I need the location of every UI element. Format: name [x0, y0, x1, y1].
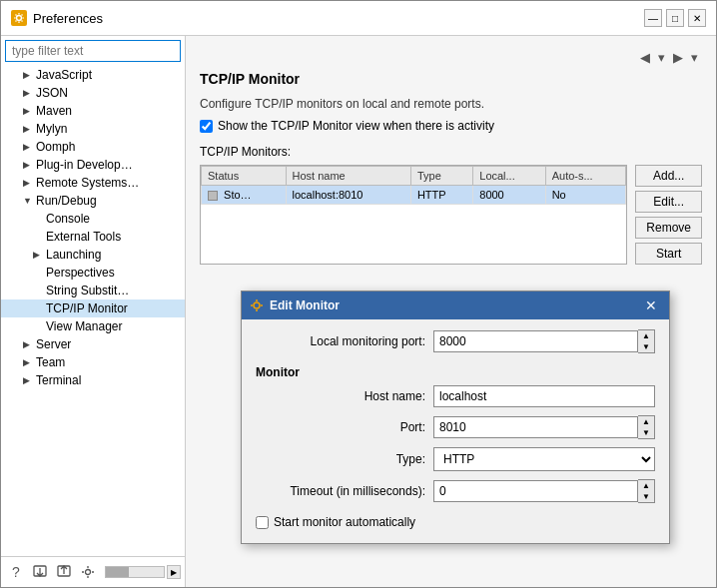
- timeout-row: Timeout (in milliseconds): ▲ ▼: [256, 479, 655, 503]
- close-button[interactable]: ✕: [688, 9, 706, 27]
- monitors-table-wrapper: Status Host name Type Local... Auto-s...: [200, 165, 627, 265]
- local-port-spinner-buttons: ▲ ▼: [638, 329, 655, 353]
- sidebar-item-team[interactable]: ▶ Team: [1, 353, 185, 371]
- dialog-body: Local monitoring port: ▲ ▼ Monitor Host …: [242, 319, 669, 543]
- horizontal-scrollbar[interactable]: [105, 566, 165, 578]
- show-monitor-checkbox-row: Show the TCP/IP Monitor view when there …: [200, 119, 702, 133]
- port-spinner: ▲ ▼: [433, 415, 655, 439]
- local-port-up-button[interactable]: ▲: [638, 330, 654, 341]
- sidebar-item-remote-systems[interactable]: ▶ Remote Systems…: [1, 174, 185, 192]
- arrow-icon: ▶: [23, 142, 33, 152]
- maximize-button[interactable]: □: [666, 9, 684, 27]
- tree-area: ▶ JavaScript ▶ JSON ▶ Maven ▶ Mylyn ▶: [1, 66, 185, 556]
- monitors-section-label: TCP/IP Monitors:: [200, 145, 702, 159]
- title-bar: Preferences — □ ✕: [1, 1, 716, 36]
- arrow-icon: ▶: [23, 106, 33, 116]
- gear-icon: [11, 10, 27, 26]
- dialog-title-bar: Edit Monitor ✕: [242, 292, 669, 319]
- type-label: Type:: [256, 452, 425, 466]
- timeout-input[interactable]: [433, 480, 638, 502]
- monitors-table: Status Host name Type Local... Auto-s...: [201, 166, 626, 205]
- forward-dropdown-button[interactable]: ▾: [687, 48, 702, 67]
- type-row: Type: HTTP HTTPS TCP/IP: [256, 447, 655, 471]
- forward-button[interactable]: ▶: [669, 48, 687, 67]
- sidebar-item-javascript[interactable]: ▶ JavaScript: [1, 66, 185, 84]
- window-controls: — □ ✕: [644, 9, 706, 27]
- port-label: Port:: [256, 420, 425, 434]
- arrow-icon: ▶: [23, 339, 33, 349]
- local-port-input[interactable]: [433, 330, 638, 352]
- sidebar-item-view-manager[interactable]: View Manager: [1, 317, 185, 335]
- scroll-right-button[interactable]: ▶: [167, 565, 181, 579]
- export-button[interactable]: [53, 561, 75, 583]
- minimize-button[interactable]: —: [644, 9, 662, 27]
- local-port-down-button[interactable]: ▼: [638, 341, 654, 352]
- back-button[interactable]: ◀: [636, 48, 654, 67]
- title-bar-left: Preferences: [11, 10, 103, 26]
- remove-button[interactable]: Remove: [635, 217, 702, 239]
- dialog-close-button[interactable]: ✕: [641, 297, 661, 313]
- arrow-icon: ▶: [23, 160, 33, 170]
- col-hostname: Host name: [286, 167, 410, 186]
- type-select[interactable]: HTTP HTTPS TCP/IP: [433, 447, 655, 471]
- arrow-icon: ▶: [23, 70, 33, 80]
- arrow-icon: ▶: [23, 88, 33, 98]
- cell-type: HTTP: [410, 186, 472, 205]
- timeout-label: Timeout (in milliseconds):: [256, 484, 425, 498]
- back-dropdown-button[interactable]: ▾: [654, 48, 669, 67]
- cell-hostname: localhost:8010: [286, 186, 410, 205]
- edit-button[interactable]: Edit...: [635, 191, 702, 213]
- filter-input[interactable]: [5, 40, 181, 62]
- arrow-icon: ▶: [23, 375, 33, 385]
- timeout-up-button[interactable]: ▲: [638, 480, 654, 491]
- sidebar-item-perspectives[interactable]: Perspectives: [1, 264, 185, 282]
- show-monitor-label: Show the TCP/IP Monitor view when there …: [218, 119, 494, 133]
- arrow-icon: ▶: [23, 178, 33, 188]
- sidebar-item-json[interactable]: ▶ JSON: [1, 84, 185, 102]
- team-label: Team: [36, 355, 65, 369]
- col-local: Local...: [473, 167, 545, 186]
- sidebar-item-launching[interactable]: ▶ Launching: [1, 246, 185, 264]
- sidebar: ▶ JavaScript ▶ JSON ▶ Maven ▶ Mylyn ▶: [1, 36, 186, 587]
- sidebar-item-oomph[interactable]: ▶ Oomph: [1, 138, 185, 156]
- sidebar-item-plugin-dev[interactable]: ▶ Plug-in Develop…: [1, 156, 185, 174]
- arrow-icon: ▶: [33, 250, 43, 260]
- col-type: Type: [410, 167, 472, 186]
- edit-monitor-dialog: Edit Monitor ✕ Local monitoring port: ▲ …: [241, 291, 670, 544]
- timeout-spinner: ▲ ▼: [433, 479, 655, 503]
- main-toolbar: ◀ ▾ ▶ ▾: [200, 48, 702, 67]
- dialog-title-text: Edit Monitor: [270, 298, 340, 312]
- start-auto-checkbox[interactable]: [256, 516, 269, 529]
- perspectives-label: Perspectives: [46, 266, 115, 280]
- start-button[interactable]: Start: [635, 243, 702, 265]
- sidebar-item-terminal[interactable]: ▶ Terminal: [1, 371, 185, 389]
- help-button[interactable]: ?: [5, 561, 27, 583]
- cell-status: Sto…: [202, 186, 287, 205]
- local-port-label: Local monitoring port:: [256, 334, 425, 348]
- sidebar-item-tcpip-monitor[interactable]: TCP/IP Monitor: [1, 299, 185, 317]
- sidebar-item-string-subst[interactable]: String Substit…: [1, 282, 185, 299]
- port-up-button[interactable]: ▲: [638, 416, 654, 427]
- sidebar-item-mylyn[interactable]: ▶ Mylyn: [1, 120, 185, 138]
- sidebar-item-server[interactable]: ▶ Server: [1, 335, 185, 353]
- sidebar-item-external-tools[interactable]: External Tools: [1, 228, 185, 246]
- timeout-down-button[interactable]: ▼: [638, 491, 654, 502]
- import-button[interactable]: [29, 561, 51, 583]
- hostname-input[interactable]: [433, 385, 655, 407]
- sidebar-item-run-debug[interactable]: ▼ Run/Debug: [1, 192, 185, 210]
- settings-button[interactable]: [77, 561, 99, 583]
- show-monitor-checkbox[interactable]: [200, 120, 213, 133]
- window-title: Preferences: [33, 11, 103, 26]
- arrow-icon: ▼: [23, 196, 33, 206]
- svg-point-4: [254, 302, 260, 308]
- port-down-button[interactable]: ▼: [638, 427, 654, 438]
- port-row: Port: ▲ ▼: [256, 415, 655, 439]
- table-row[interactable]: Sto… localhost:8010 HTTP 8000 No: [202, 186, 626, 205]
- sidebar-item-console[interactable]: Console: [1, 210, 185, 228]
- port-input[interactable]: [433, 416, 638, 438]
- sidebar-bottom: ? ▶: [1, 556, 185, 587]
- section-title: TCP/IP Monitor: [200, 71, 702, 87]
- add-button[interactable]: Add...: [635, 165, 702, 187]
- timeout-spinner-buttons: ▲ ▼: [638, 479, 655, 503]
- sidebar-item-maven[interactable]: ▶ Maven: [1, 102, 185, 120]
